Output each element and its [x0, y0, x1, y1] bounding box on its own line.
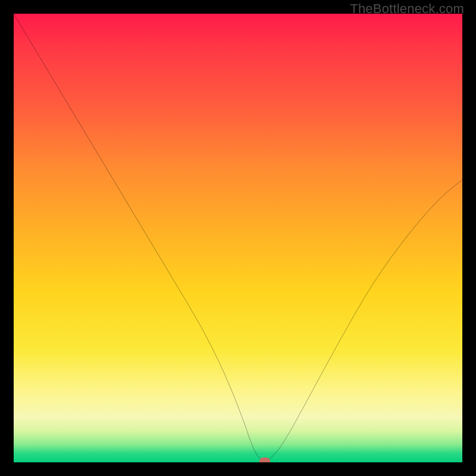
chart-frame	[14, 14, 462, 462]
bottleneck-curve	[14, 14, 462, 462]
optimal-point-marker	[259, 458, 270, 462]
